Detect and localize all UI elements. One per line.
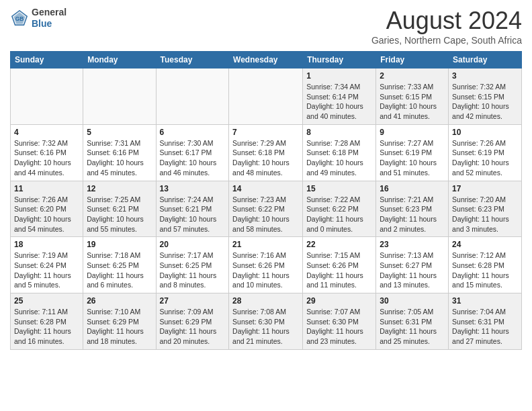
calendar-cell: 31Sunrise: 7:04 AM Sunset: 6:31 PM Dayli… [449, 293, 522, 350]
logo: GB General Blue [10, 7, 66, 30]
day-number: 30 [380, 296, 445, 306]
day-info: Sunrise: 7:28 AM Sunset: 6:18 PM Dayligh… [306, 138, 372, 178]
column-header-friday: Friday [376, 52, 449, 68]
day-info: Sunrise: 7:09 AM Sunset: 6:29 PM Dayligh… [160, 307, 226, 347]
day-info: Sunrise: 7:05 AM Sunset: 6:31 PM Dayligh… [380, 307, 445, 347]
day-info: Sunrise: 7:23 AM Sunset: 6:22 PM Dayligh… [232, 195, 299, 234]
calendar-cell: 15Sunrise: 7:22 AM Sunset: 6:22 PM Dayli… [303, 181, 376, 237]
calendar-cell: 7Sunrise: 7:29 AM Sunset: 6:18 PM Daylig… [229, 124, 303, 181]
day-number: 28 [232, 296, 299, 306]
column-header-monday: Monday [83, 52, 156, 68]
day-number: 4 [14, 128, 79, 137]
day-info: Sunrise: 7:32 AM Sunset: 6:15 PM Dayligh… [452, 82, 518, 122]
day-info: Sunrise: 7:20 AM Sunset: 6:23 PM Dayligh… [452, 195, 518, 234]
day-number: 17 [452, 184, 518, 193]
day-info: Sunrise: 7:32 AM Sunset: 6:16 PM Dayligh… [14, 138, 79, 178]
day-number: 12 [87, 184, 152, 193]
svg-text:GB: GB [15, 15, 24, 22]
calendar-cell: 10Sunrise: 7:26 AM Sunset: 6:19 PM Dayli… [449, 124, 522, 181]
day-number: 11 [14, 184, 79, 193]
day-info: Sunrise: 7:21 AM Sunset: 6:23 PM Dayligh… [380, 195, 445, 234]
logo-text: General Blue [32, 7, 66, 30]
day-number: 23 [380, 240, 445, 249]
day-info: Sunrise: 7:22 AM Sunset: 6:22 PM Dayligh… [306, 195, 372, 234]
calendar-week-row: 1Sunrise: 7:34 AM Sunset: 6:14 PM Daylig… [11, 68, 522, 125]
day-number: 22 [306, 240, 372, 249]
calendar-cell: 3Sunrise: 7:32 AM Sunset: 6:15 PM Daylig… [449, 68, 522, 125]
day-info: Sunrise: 7:16 AM Sunset: 6:26 PM Dayligh… [232, 250, 299, 290]
calendar-table: SundayMondayTuesdayWednesdayThursdayFrid… [10, 51, 522, 350]
day-info: Sunrise: 7:27 AM Sunset: 6:19 PM Dayligh… [380, 138, 445, 178]
day-info: Sunrise: 7:15 AM Sunset: 6:26 PM Dayligh… [306, 250, 372, 290]
calendar-week-row: 25Sunrise: 7:11 AM Sunset: 6:28 PM Dayli… [11, 293, 522, 350]
column-header-saturday: Saturday [449, 52, 522, 68]
day-number: 20 [160, 240, 226, 249]
logo-general-text: General [32, 7, 66, 18]
calendar-cell: 17Sunrise: 7:20 AM Sunset: 6:23 PM Dayli… [449, 181, 522, 237]
calendar-cell [229, 68, 303, 125]
day-info: Sunrise: 7:07 AM Sunset: 6:30 PM Dayligh… [306, 307, 372, 347]
day-info: Sunrise: 7:26 AM Sunset: 6:19 PM Dayligh… [452, 138, 518, 178]
calendar-cell: 22Sunrise: 7:15 AM Sunset: 6:26 PM Dayli… [303, 237, 376, 293]
calendar-cell: 19Sunrise: 7:18 AM Sunset: 6:25 PM Dayli… [83, 237, 156, 293]
calendar-cell: 26Sunrise: 7:10 AM Sunset: 6:29 PM Dayli… [83, 293, 156, 350]
day-info: Sunrise: 7:17 AM Sunset: 6:25 PM Dayligh… [160, 250, 226, 290]
day-number: 16 [380, 184, 445, 193]
day-info: Sunrise: 7:13 AM Sunset: 6:27 PM Dayligh… [380, 250, 445, 290]
day-info: Sunrise: 7:19 AM Sunset: 6:24 PM Dayligh… [14, 250, 79, 290]
day-number: 9 [380, 128, 445, 137]
title-area: August 2024 Garies, Northern Cape, South… [371, 7, 522, 46]
day-info: Sunrise: 7:29 AM Sunset: 6:18 PM Dayligh… [232, 138, 299, 178]
calendar-cell [83, 68, 156, 125]
day-number: 14 [232, 184, 299, 193]
day-info: Sunrise: 7:18 AM Sunset: 6:25 PM Dayligh… [87, 250, 152, 290]
day-number: 27 [160, 296, 226, 306]
calendar-cell: 29Sunrise: 7:07 AM Sunset: 6:30 PM Dayli… [303, 293, 376, 350]
column-header-tuesday: Tuesday [156, 52, 229, 68]
day-info: Sunrise: 7:24 AM Sunset: 6:21 PM Dayligh… [160, 195, 226, 234]
calendar-cell: 9Sunrise: 7:27 AM Sunset: 6:19 PM Daylig… [376, 124, 449, 181]
header: GB General Blue August 2024 Garies, Nort… [10, 7, 522, 46]
day-number: 13 [160, 184, 226, 193]
day-number: 25 [14, 296, 79, 306]
calendar-week-row: 11Sunrise: 7:26 AM Sunset: 6:20 PM Dayli… [11, 181, 522, 237]
calendar-cell: 4Sunrise: 7:32 AM Sunset: 6:16 PM Daylig… [11, 124, 83, 181]
calendar-cell: 20Sunrise: 7:17 AM Sunset: 6:25 PM Dayli… [156, 237, 229, 293]
calendar-cell: 16Sunrise: 7:21 AM Sunset: 6:23 PM Dayli… [376, 181, 449, 237]
day-number: 29 [306, 296, 372, 306]
day-number: 31 [452, 296, 518, 306]
calendar-cell: 21Sunrise: 7:16 AM Sunset: 6:26 PM Dayli… [229, 237, 303, 293]
column-header-sunday: Sunday [11, 52, 83, 68]
day-info: Sunrise: 7:34 AM Sunset: 6:14 PM Dayligh… [306, 82, 372, 122]
day-info: Sunrise: 7:11 AM Sunset: 6:28 PM Dayligh… [14, 307, 79, 347]
calendar-cell: 2Sunrise: 7:33 AM Sunset: 6:15 PM Daylig… [376, 68, 449, 125]
day-number: 15 [306, 184, 372, 193]
day-number: 21 [232, 240, 299, 249]
day-number: 2 [380, 71, 445, 81]
logo-blue-text: Blue [32, 18, 66, 30]
day-number: 5 [87, 128, 152, 137]
day-info: Sunrise: 7:33 AM Sunset: 6:15 PM Dayligh… [380, 82, 445, 122]
calendar-cell: 30Sunrise: 7:05 AM Sunset: 6:31 PM Dayli… [376, 293, 449, 350]
day-number: 3 [452, 71, 518, 81]
calendar-cell: 1Sunrise: 7:34 AM Sunset: 6:14 PM Daylig… [303, 68, 376, 125]
calendar-cell: 28Sunrise: 7:08 AM Sunset: 6:30 PM Dayli… [229, 293, 303, 350]
calendar-cell: 18Sunrise: 7:19 AM Sunset: 6:24 PM Dayli… [11, 237, 83, 293]
day-info: Sunrise: 7:25 AM Sunset: 6:21 PM Dayligh… [87, 195, 152, 234]
day-number: 18 [14, 240, 79, 249]
calendar-cell: 6Sunrise: 7:30 AM Sunset: 6:17 PM Daylig… [156, 124, 229, 181]
calendar-cell: 24Sunrise: 7:12 AM Sunset: 6:28 PM Dayli… [449, 237, 522, 293]
calendar-week-row: 4Sunrise: 7:32 AM Sunset: 6:16 PM Daylig… [11, 124, 522, 181]
day-number: 1 [306, 71, 372, 81]
calendar-cell: 14Sunrise: 7:23 AM Sunset: 6:22 PM Dayli… [229, 181, 303, 237]
day-number: 7 [232, 128, 299, 137]
day-number: 24 [452, 240, 518, 249]
day-number: 19 [87, 240, 152, 249]
calendar-cell: 13Sunrise: 7:24 AM Sunset: 6:21 PM Dayli… [156, 181, 229, 237]
calendar-cell: 11Sunrise: 7:26 AM Sunset: 6:20 PM Dayli… [11, 181, 83, 237]
day-info: Sunrise: 7:26 AM Sunset: 6:20 PM Dayligh… [14, 195, 79, 234]
calendar-header-row: SundayMondayTuesdayWednesdayThursdayFrid… [11, 52, 522, 68]
location-title: Garies, Northern Cape, South Africa [371, 35, 522, 46]
day-info: Sunrise: 7:31 AM Sunset: 6:16 PM Dayligh… [87, 138, 152, 178]
column-header-wednesday: Wednesday [229, 52, 303, 68]
